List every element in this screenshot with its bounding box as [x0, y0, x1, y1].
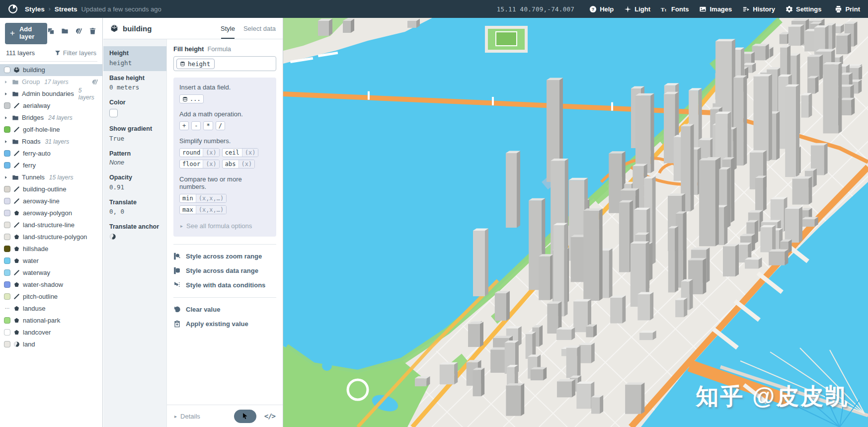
layer-item-water[interactable]: water: [0, 255, 102, 267]
map-position-readout: 15.11 40.709,-74.007: [497, 5, 575, 13]
prop-label: Base height: [109, 75, 160, 83]
layer-count-label: 17 layers: [44, 79, 69, 85]
details-toggle[interactable]: ▸ Details: [174, 413, 200, 420]
field-mode-label: Formula: [207, 45, 231, 53]
line-icon: [13, 150, 20, 157]
prop-height[interactable]: Heightheight: [103, 46, 166, 71]
chip--[interactable]: *: [203, 121, 213, 130]
layer-item-tunnels[interactable]: Tunnels15 layers: [0, 171, 102, 183]
style-across-zoom-range-button[interactable]: Style across zoom range: [173, 253, 276, 260]
layer-item-water-shadow[interactable]: water-shadow: [0, 279, 102, 291]
chip-name: ...: [180, 95, 203, 103]
images-icon: [699, 5, 707, 13]
see-all-label: See all formula options: [186, 222, 252, 230]
helper-text: Add a math operation.: [179, 110, 270, 118]
style-with-data-conditions-button[interactable]: Style with data conditions: [173, 281, 276, 289]
chip-min[interactable]: min(x,x,…): [179, 194, 227, 203]
prop-color[interactable]: Color: [103, 95, 166, 122]
style-across-data-range-button[interactable]: Style across data range: [173, 267, 276, 274]
topbar-images[interactable]: Images: [699, 5, 732, 13]
chip-name-text: max: [182, 206, 193, 213]
prop-translate-anchor[interactable]: Translate anchor: [103, 220, 166, 247]
add-layer-button[interactable]: + Add layer: [5, 23, 47, 44]
svg-text:T: T: [661, 6, 665, 12]
topbar-settings[interactable]: Settings: [786, 5, 821, 13]
chip--[interactable]: /: [216, 121, 225, 130]
inspector-header: building Style Select data: [103, 18, 283, 39]
breadcrumb-style-name[interactable]: Streets: [55, 5, 78, 13]
layer-item-roads[interactable]: Roads31 layers: [0, 136, 102, 148]
topbar-help[interactable]: ?Help: [589, 5, 614, 13]
layer-name: ferry: [23, 162, 36, 169]
chip-max[interactable]: max(x,x,…): [179, 205, 227, 214]
select-mode-button[interactable]: [234, 410, 256, 423]
code-view-button[interactable]: </>: [264, 412, 275, 420]
chip-abs[interactable]: abs(x): [222, 160, 255, 169]
value-editor: Fill height Formula height Insert a data…: [167, 39, 283, 427]
layer-item-land-structure-line[interactable]: land-structure-line: [0, 219, 102, 231]
layer-item-building-outline[interactable]: building-outline: [0, 183, 102, 195]
layer-item-aeroway-polygon[interactable]: aeroway-polygon: [0, 207, 102, 219]
topbar-history[interactable]: History: [742, 5, 775, 13]
filter-layers-button[interactable]: Filter layers: [55, 49, 96, 57]
plus-icon: +: [10, 28, 15, 38]
tab-select-data[interactable]: Select data: [243, 18, 276, 39]
layer-item-national-park[interactable]: national-park: [0, 315, 102, 327]
layer-item-landuse[interactable]: …landuse: [0, 303, 102, 315]
layer-tool-folder[interactable]: [61, 27, 69, 35]
chip--[interactable]: +: [179, 121, 189, 130]
helper-chips: +-*/: [179, 121, 270, 130]
chip-args: (x,x,…): [196, 206, 227, 214]
prop-show-gradient[interactable]: Show gradientTrue: [103, 122, 166, 147]
folder-icon: [12, 114, 19, 121]
breadcrumb-styles[interactable]: Styles: [25, 5, 45, 13]
map-canvas[interactable]: 知乎 @皮皮凯: [283, 18, 868, 427]
chip-args: (x,x,…): [196, 194, 227, 202]
color-swatch[interactable]: [109, 109, 118, 117]
layer-item-landcover[interactable]: landcover: [0, 327, 102, 339]
chip-ceil[interactable]: ceil(x): [222, 148, 259, 157]
layer-item-ferry-auto[interactable]: ferry-auto: [0, 148, 102, 160]
layer-item-golf-hole-line[interactable]: golf-hole-line: [0, 124, 102, 136]
apply-existing-value-button[interactable]: Apply existing value: [173, 320, 276, 328]
mapbox-logo-icon[interactable]: [8, 4, 18, 14]
prop-pattern[interactable]: PatternNone: [103, 147, 166, 171]
layer-checkbox[interactable]: [4, 67, 10, 73]
layer-item-aeroway-line[interactable]: aeroway-line: [0, 195, 102, 207]
formula-value-chip[interactable]: height: [176, 59, 215, 69]
layer-item-pitch-outline[interactable]: pitch-outline: [0, 291, 102, 303]
tab-style[interactable]: Style: [221, 18, 235, 39]
see-all-formula-options[interactable]: ▸See all formula options: [179, 221, 270, 233]
layer-item-admin-boundaries[interactable]: Admin boundaries5 layers: [0, 88, 102, 100]
topbar-light[interactable]: Light: [624, 5, 650, 13]
layer-item-building[interactable]: building: [0, 64, 102, 76]
layer-swatch: [4, 269, 10, 276]
layer-tool-duplicate[interactable]: [47, 27, 55, 35]
style-actions: Style across zoom rangeStyle across data…: [173, 253, 276, 296]
layer-tool-eyeoff[interactable]: [75, 27, 82, 35]
prop-translate[interactable]: Translate0, 0: [103, 195, 166, 220]
layer-item-aerialway[interactable]: aerialway: [0, 100, 102, 112]
caret-right-icon: [4, 80, 9, 84]
layer-item-hillshade[interactable]: hillshade: [0, 243, 102, 255]
layer-item-waterway[interactable]: waterway: [0, 267, 102, 279]
topbar-fonts[interactable]: TtFonts: [661, 5, 689, 13]
chip--[interactable]: ...: [179, 94, 204, 103]
topbar-light-label: Light: [634, 5, 650, 13]
chip--[interactable]: -: [191, 121, 201, 130]
chip-floor[interactable]: floor(x): [179, 160, 220, 169]
layer-item-ferry[interactable]: ferry: [0, 160, 102, 171]
formula-input[interactable]: height: [173, 56, 276, 71]
chip-round[interactable]: round(x): [179, 148, 220, 157]
layer-item-land[interactable]: land: [0, 339, 102, 350]
prop-opacity[interactable]: Opacity0.91: [103, 171, 166, 195]
topbar-print[interactable]: Print: [835, 5, 860, 13]
funnel-icon: [55, 50, 61, 56]
clear-value-button[interactable]: Clear value: [173, 306, 276, 313]
layer-tool-trash[interactable]: [89, 27, 96, 35]
prop-base-height[interactable]: Base height0 meters: [103, 71, 166, 96]
layer-item-bridges[interactable]: Bridges24 layers: [0, 112, 102, 124]
layer-item-group[interactable]: Group17 layers: [0, 76, 102, 88]
layer-item-land-structure-polygon[interactable]: land-structure-polygon: [0, 231, 102, 243]
helper-chips: ...: [179, 94, 270, 103]
